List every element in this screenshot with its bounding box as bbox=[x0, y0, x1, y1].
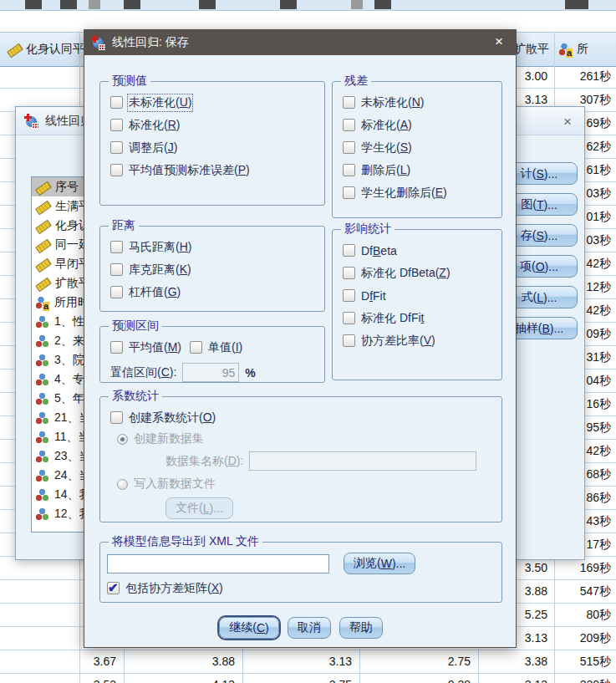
label-text: 浏览( bbox=[354, 556, 381, 571]
checkbox-option[interactable]: 马氏距离(H) bbox=[110, 238, 319, 256]
table-cell[interactable]: 3.52 bbox=[81, 674, 121, 683]
label-text: ) bbox=[187, 262, 191, 276]
column-header-left[interactable]: 化身认同平 bbox=[7, 33, 84, 66]
checkbox[interactable] bbox=[110, 119, 123, 131]
checkbox-option[interactable]: 标准化(R) bbox=[110, 116, 319, 134]
checkbox-option[interactable]: 库克距离(K) bbox=[110, 261, 319, 278]
checkbox[interactable] bbox=[110, 286, 123, 298]
checkbox[interactable] bbox=[343, 164, 355, 176]
table-cell[interactable]: 4.13 bbox=[125, 674, 240, 683]
checkbox[interactable] bbox=[110, 141, 123, 154]
checkbox[interactable] bbox=[343, 334, 355, 347]
dataset-name-input[interactable] bbox=[249, 451, 476, 471]
close-icon[interactable]: × bbox=[491, 33, 507, 50]
checkbox-option[interactable]: 标准化 DfBeta(Z) bbox=[343, 264, 496, 282]
table-cell[interactable]: 169秒 bbox=[556, 557, 614, 579]
table-cell[interactable]: 0.38 bbox=[361, 674, 476, 683]
checkbox[interactable] bbox=[110, 164, 123, 176]
checkbox[interactable] bbox=[190, 341, 202, 354]
checkbox-label: 学生化(S) bbox=[361, 140, 412, 155]
table-cell[interactable]: 220秒 bbox=[556, 674, 614, 683]
column-header-label: 所 bbox=[577, 42, 588, 57]
mnemonic-key: N bbox=[412, 95, 420, 109]
nominal-variable-icon bbox=[35, 411, 49, 425]
table-cell[interactable]: 261秒 bbox=[556, 65, 614, 88]
group-distances: 距离 马氏距离(H)库克距离(K)杠杆值(G) bbox=[99, 218, 325, 312]
variable-label: 4、专 bbox=[54, 372, 84, 387]
checkbox-option[interactable]: 单值(I) bbox=[190, 339, 242, 356]
confidence-interval-input[interactable] bbox=[182, 363, 239, 382]
checkbox-option[interactable]: 删除后(L) bbox=[343, 161, 496, 179]
checkbox-option[interactable]: 未标准化(N) bbox=[343, 94, 496, 111]
table-cell[interactable]: 3.13 bbox=[244, 650, 357, 673]
label-text: ) bbox=[239, 340, 243, 354]
checkbox-option[interactable]: 标准化 DfFit bbox=[343, 309, 496, 327]
label-text: ): bbox=[170, 365, 177, 379]
table-cell[interactable]: 547秒 bbox=[556, 580, 614, 603]
table-cell[interactable]: 209秒 bbox=[556, 627, 614, 650]
checkbox-option[interactable]: ✔包括协方差矩阵(X) bbox=[107, 579, 496, 597]
checkbox-label: 杠杆值(G) bbox=[129, 285, 181, 300]
checkbox-option[interactable]: 创建系数统计(O) bbox=[110, 409, 496, 426]
continue-button[interactable]: 继续(C) bbox=[219, 617, 278, 639]
checkbox-option[interactable]: 平均值预测标准误差(P) bbox=[110, 161, 319, 179]
checkbox-checked[interactable]: ✔ bbox=[107, 582, 120, 594]
checkbox-label: 未标准化(N) bbox=[361, 95, 424, 110]
toolbar-icon-fragment bbox=[565, 0, 588, 9]
label-text: 标准化( bbox=[129, 118, 168, 131]
checkbox-option[interactable]: 杠杆值(G) bbox=[110, 283, 319, 301]
column-header-suoyong[interactable]: 所 bbox=[558, 33, 588, 66]
checkbox[interactable] bbox=[110, 241, 123, 253]
table-cell[interactable]: 515秒 bbox=[556, 650, 614, 673]
checkbox[interactable] bbox=[343, 312, 355, 324]
label-text: 文件( bbox=[176, 501, 203, 516]
file-button[interactable]: 文件(L)... bbox=[165, 497, 233, 519]
checkbox[interactable] bbox=[343, 141, 355, 154]
checkbox[interactable] bbox=[110, 263, 123, 276]
table-cell[interactable]: 3.13 bbox=[480, 674, 552, 683]
radio-create-new-dataset[interactable] bbox=[117, 434, 128, 445]
radio-write-new-data-file[interactable] bbox=[117, 479, 128, 490]
close-icon[interactable]: × bbox=[559, 114, 576, 130]
table-cell[interactable]: 2.75 bbox=[361, 650, 476, 673]
dialog-titlebar[interactable]: 线性回归: 保存 × bbox=[84, 30, 516, 55]
toolbar-icon-fragment bbox=[124, 0, 140, 9]
label-text: 式( bbox=[522, 290, 537, 305]
help-button[interactable]: 帮助 bbox=[339, 617, 383, 639]
checkbox-label: DfFit bbox=[361, 289, 386, 303]
cancel-button[interactable]: 取消 bbox=[288, 617, 331, 639]
checkbox[interactable] bbox=[110, 96, 123, 109]
browse-button[interactable]: 浏览(W)... bbox=[344, 553, 415, 574]
label-text: Df bbox=[361, 244, 373, 257]
nominal-variable-icon bbox=[558, 43, 573, 56]
checkbox-option[interactable]: 未标准化(U) bbox=[110, 94, 319, 111]
label-text: 单值( bbox=[208, 340, 236, 354]
checkbox-option[interactable]: 平均值(M) bbox=[110, 339, 181, 356]
table-cell[interactable]: 3.88 bbox=[125, 650, 240, 673]
checkbox-option[interactable]: 学生化(S) bbox=[343, 139, 496, 156]
mnemonic-key: W bbox=[381, 557, 392, 570]
checkbox[interactable] bbox=[343, 119, 355, 131]
checkbox-option[interactable]: DfFit bbox=[343, 287, 496, 304]
checkbox[interactable] bbox=[343, 244, 355, 257]
checkbox[interactable] bbox=[110, 411, 123, 424]
mnemonic-key: S bbox=[536, 229, 543, 242]
table-cell[interactable]: 80秒 bbox=[556, 604, 614, 626]
checkbox[interactable] bbox=[343, 289, 355, 302]
checkbox-option[interactable]: DfBeta bbox=[343, 242, 496, 259]
radio-label: 创建新数据集 bbox=[134, 431, 204, 446]
checkbox-option[interactable]: 标准化(A) bbox=[343, 116, 496, 134]
table-cell[interactable]: 3.67 bbox=[81, 650, 121, 673]
checkbox[interactable] bbox=[110, 341, 123, 354]
table-cell[interactable]: 3.38 bbox=[480, 650, 552, 673]
checkbox[interactable] bbox=[343, 267, 355, 279]
table-cell[interactable]: 3.75 bbox=[244, 674, 357, 683]
checkbox-option[interactable]: 协方差比率(V) bbox=[343, 332, 496, 349]
checkbox[interactable] bbox=[343, 186, 355, 199]
group-title: 预测区间 bbox=[109, 319, 162, 334]
label-text: 创建系数统计( bbox=[129, 410, 203, 424]
checkbox[interactable] bbox=[343, 96, 355, 109]
checkbox-option[interactable]: 学生化删除后(E) bbox=[343, 184, 496, 201]
checkbox-option[interactable]: 调整后(J) bbox=[110, 139, 319, 156]
xml-path-input[interactable] bbox=[107, 554, 329, 573]
